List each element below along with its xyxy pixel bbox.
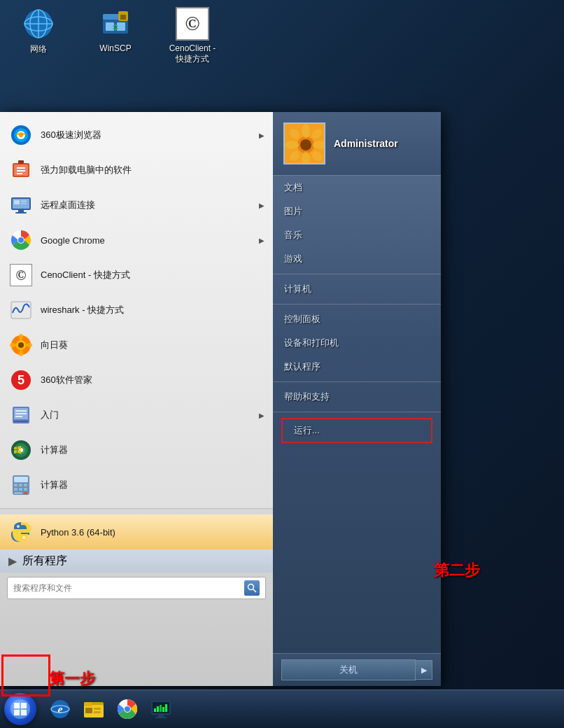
user-section: Administrator — [273, 112, 441, 176]
svg-rect-102 — [155, 717, 167, 718]
menu-item-sunflower-label: 向日葵 — [41, 339, 265, 351]
arrow-icon-360: ▶ — [259, 132, 265, 139]
svg-rect-59 — [19, 488, 22, 491]
shutdown-button[interactable]: 关机 — [281, 659, 416, 680]
windows-logo — [10, 699, 30, 719]
menu-item-mediacenter-label: 计算器 — [41, 444, 265, 456]
svg-rect-54 — [14, 477, 28, 482]
menu-item-wireshark-label: wireshark - 快捷方式 — [41, 304, 265, 316]
svg-point-36 — [18, 342, 24, 348]
start-orb — [4, 693, 36, 725]
svg-point-32 — [18, 237, 24, 243]
menu-item-calculator[interactable]: 计算器 — [0, 468, 273, 503]
taskbar-explorer[interactable] — [78, 694, 109, 724]
svg-rect-29 — [21, 203, 27, 204]
taskbar-monitor[interactable] — [146, 694, 176, 724]
svg-point-16 — [19, 133, 23, 137]
svg-point-63 — [17, 525, 20, 528]
menu-item-cenoclient[interactable]: © CenoClient - 快捷方式 — [0, 258, 273, 293]
desktop-icon-network[interactable]: 网络 — [14, 7, 63, 65]
wireshark-icon — [8, 298, 34, 323]
user-avatar — [283, 122, 325, 164]
menu-item-chrome[interactable]: Google Chrome ▶ — [0, 223, 273, 258]
svg-rect-80 — [14, 710, 20, 715]
svg-rect-55 — [14, 484, 17, 486]
svg-rect-28 — [21, 200, 27, 202]
right-menu-defaultprograms[interactable]: 默认程序 — [273, 355, 441, 379]
calculator-icon — [8, 472, 34, 498]
right-divider-2 — [273, 304, 441, 304]
svg-rect-12 — [120, 15, 126, 20]
menu-item-chrome-label: Google Chrome — [41, 235, 259, 246]
svg-rect-81 — [21, 710, 27, 715]
search-input[interactable] — [13, 583, 244, 593]
menu-item-calculator-label: 计算器 — [41, 479, 265, 491]
menu-item-uninstall[interactable]: 强力卸载电脑中的软件 — [0, 153, 273, 188]
svg-rect-57 — [24, 484, 27, 486]
menu-item-python[interactable]: Python 3.6 (64-bit) — [0, 514, 273, 550]
mediacenter-icon — [8, 438, 34, 463]
cenoclient-label: CenoClient - 快捷方式 — [169, 43, 216, 65]
start-menu-pinned: 360极速浏览器 ▶ 强力卸 — [0, 112, 273, 509]
menu-item-sunflower[interactable]: 向日葵 — [0, 328, 273, 363]
svg-rect-87 — [84, 702, 92, 706]
right-menu-controlpanel[interactable]: 控制面板 — [273, 307, 441, 331]
svg-point-93 — [125, 706, 130, 712]
right-menu-devices[interactable]: 设备和打印机 — [273, 331, 441, 355]
chrome-icon — [8, 227, 34, 253]
svg-text:5: 5 — [17, 373, 24, 387]
cenoclient-menu-icon: © — [8, 262, 34, 288]
svg-rect-62 — [24, 492, 27, 494]
arrow-icon-chrome: ▶ — [259, 237, 265, 244]
right-menu-run[interactable]: 运行... — [281, 418, 432, 443]
step-1-label: 第一步 — [49, 668, 95, 690]
menu-item-wireshark[interactable]: wireshark - 快捷方式 — [0, 293, 273, 328]
desktop-icon-winscp[interactable]: WinSCP — [91, 7, 140, 65]
sunflower-icon — [8, 332, 34, 358]
360mgr-icon: 5 — [8, 368, 34, 393]
svg-rect-79 — [21, 703, 27, 708]
right-menu-games[interactable]: 游戏 — [273, 247, 441, 271]
shutdown-section: 关机 ▶ — [273, 653, 441, 686]
taskbar-items: e — [41, 694, 564, 724]
menu-item-360mgr[interactable]: 5 360软件管家 — [0, 363, 273, 398]
svg-rect-99 — [162, 707, 164, 712]
search-bar[interactable] — [7, 577, 266, 599]
menu-item-360mgr-label: 360软件管家 — [41, 374, 265, 386]
desktop-icon-cenoclient[interactable]: © CenoClient - 快捷方式 — [168, 7, 217, 65]
network-icon — [22, 7, 55, 41]
python-icon — [8, 519, 34, 545]
menu-item-mediacenter[interactable]: 计算器 — [0, 433, 273, 468]
start-button-highlight — [1, 654, 50, 696]
svg-point-65 — [248, 584, 254, 590]
taskbar-ie[interactable]: e — [45, 694, 76, 724]
360browser-icon — [8, 122, 34, 148]
avatar-image — [285, 124, 324, 163]
shutdown-arrow[interactable]: ▶ — [416, 660, 432, 680]
menu-item-intro[interactable]: 入门 ▶ — [0, 398, 273, 433]
menu-item-uninstall-label: 强力卸载电脑中的软件 — [41, 164, 265, 176]
menu-item-cenoclient-label: CenoClient - 快捷方式 — [41, 269, 265, 281]
uninstall-icon — [8, 158, 34, 183]
start-menu: 360极速浏览器 ▶ 强力卸 — [0, 112, 441, 686]
right-menu-help[interactable]: 帮助和支持 — [273, 385, 441, 409]
svg-rect-97 — [157, 706, 159, 712]
taskbar-chrome[interactable] — [112, 694, 143, 724]
winscp-label: WinSCP — [99, 43, 131, 53]
right-menu-pictures[interactable]: 图片 — [273, 200, 441, 223]
svg-rect-96 — [154, 708, 156, 712]
menu-item-360browser[interactable]: 360极速浏览器 ▶ — [0, 118, 273, 153]
svg-rect-26 — [15, 212, 27, 214]
arrow-icon-intro: ▶ — [259, 412, 265, 419]
menu-item-intro-label: 入门 — [41, 409, 259, 421]
right-menu-computer[interactable]: 计算机 — [273, 277, 441, 301]
menu-item-remote[interactable]: 远程桌面连接 ▶ — [0, 188, 273, 223]
svg-line-66 — [253, 589, 257, 593]
svg-rect-89 — [94, 708, 101, 710]
right-menu-music[interactable]: 音乐 — [273, 223, 441, 247]
svg-point-77 — [300, 139, 311, 150]
allprograms-arrow: ▶ — [8, 554, 17, 568]
all-programs-item[interactable]: ▶ 所有程序 — [0, 550, 273, 573]
right-menu-documents[interactable]: 文档 — [273, 176, 441, 200]
search-button[interactable] — [244, 580, 260, 596]
